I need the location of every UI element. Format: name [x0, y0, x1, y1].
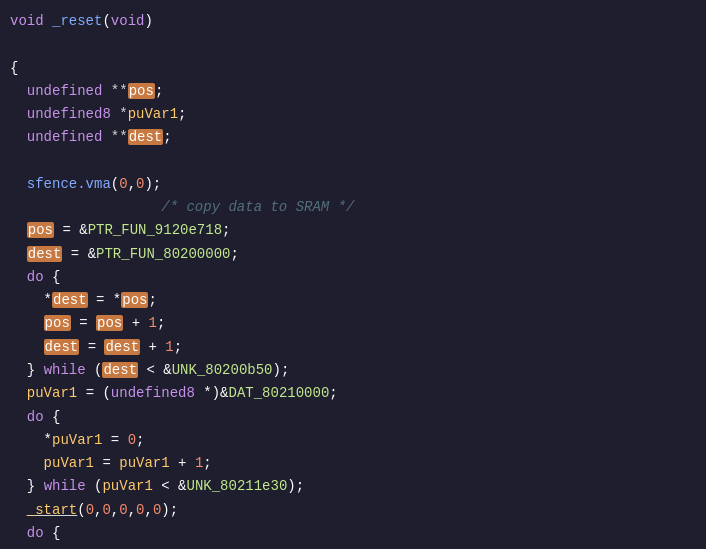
code-line-24: /* WARNING: Do nothing block with infini… [0, 545, 706, 549]
code-line-23: do { [0, 522, 706, 545]
code-line-22: _start(0,0,0,0,0); [0, 499, 706, 522]
code-line-11: dest = &PTR_FUN_80200000; [0, 243, 706, 266]
code-line-12: do { [0, 266, 706, 289]
code-line-4: undefined **pos; [0, 80, 706, 103]
code-line-5: undefined8 *puVar1; [0, 103, 706, 126]
code-line-21: } while (puVar1 < &UNK_80211e30); [0, 475, 706, 498]
code-line-6: undefined **dest; [0, 126, 706, 149]
code-line-10: pos = &PTR_FUN_9120e718; [0, 219, 706, 242]
code-line-17: puVar1 = (undefined8 *)&DAT_80210000; [0, 382, 706, 405]
code-line-13: *dest = *pos; [0, 289, 706, 312]
code-line-8: sfence.vma(0,0); [0, 173, 706, 196]
code-container: void _reset(void) { undefined **pos; und… [0, 0, 706, 549]
code-line-9: /* copy data to SRAM */ [0, 196, 706, 219]
code-line-15: dest = dest + 1; [0, 336, 706, 359]
code-line-1: void _reset(void) [0, 10, 706, 33]
code-line-7 [0, 150, 706, 173]
code-line-18: do { [0, 406, 706, 429]
code-line-2 [0, 33, 706, 56]
code-line-3: { [0, 57, 706, 80]
code-line-20: puVar1 = puVar1 + 1; [0, 452, 706, 475]
code-line-16: } while (dest < &UNK_80200b50); [0, 359, 706, 382]
code-line-19: *puVar1 = 0; [0, 429, 706, 452]
code-line-14: pos = pos + 1; [0, 312, 706, 335]
